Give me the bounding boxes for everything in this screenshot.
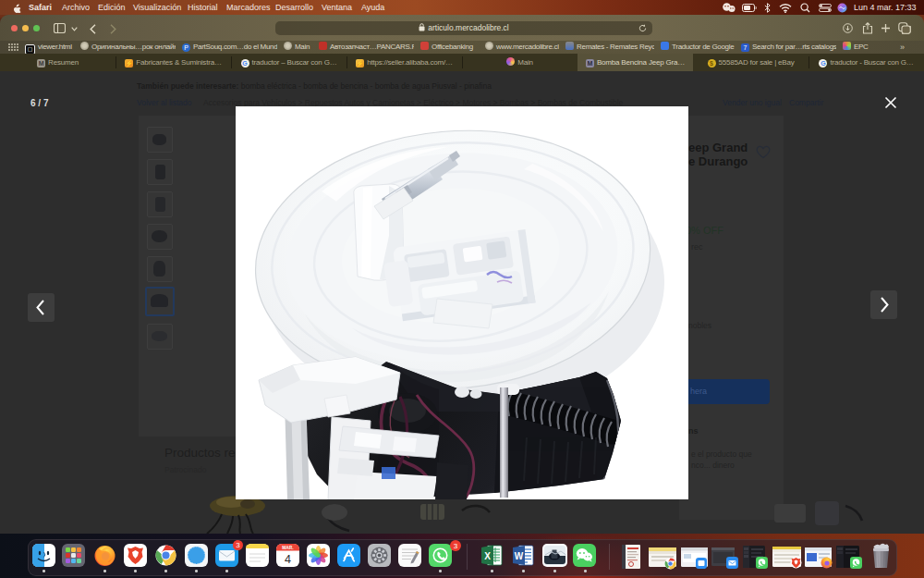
svg-text:X: X bbox=[484, 551, 491, 561]
svg-text:MAR.: MAR. bbox=[282, 546, 293, 550]
svg-text:W: W bbox=[515, 551, 524, 561]
svg-text:3: 3 bbox=[454, 542, 458, 550]
svg-text:3: 3 bbox=[236, 541, 240, 549]
svg-text:4: 4 bbox=[285, 553, 291, 566]
